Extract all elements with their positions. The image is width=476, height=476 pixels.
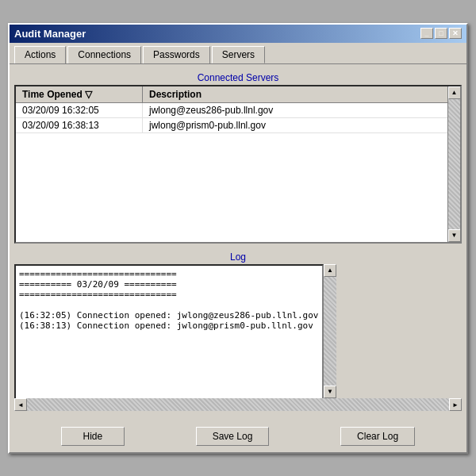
log-scrollbar-v: ▲ ▼ bbox=[324, 264, 336, 398]
col-time-opened[interactable]: Time Opened ▽ bbox=[16, 86, 143, 102]
main-content: Connected Servers Time Opened ▽ Descript… bbox=[10, 64, 466, 420]
log-scroll-track-h[interactable] bbox=[27, 398, 449, 411]
close-button[interactable]: ✕ bbox=[449, 28, 462, 39]
scroll-track-v[interactable] bbox=[448, 99, 461, 229]
connected-servers-section: Connected Servers Time Opened ▽ Descript… bbox=[14, 69, 462, 244]
cell-desc-0: jwlong@zeus286-pub.llnl.gov bbox=[143, 103, 447, 117]
log-scroll-track-v[interactable] bbox=[324, 277, 336, 386]
window-title: Audit Manager bbox=[14, 28, 86, 40]
tab-bar: Actions Connections Passwords Servers bbox=[10, 43, 466, 64]
connected-servers-title: Connected Servers bbox=[14, 69, 462, 85]
title-bar-controls: _ □ ✕ bbox=[420, 28, 462, 39]
title-left: Audit Manager bbox=[14, 28, 86, 40]
log-scroll-down-button[interactable]: ▼ bbox=[324, 386, 336, 398]
hide-button[interactable]: Hide bbox=[61, 427, 125, 446]
main-window: Audit Manager _ □ ✕ Actions Connections … bbox=[8, 23, 468, 454]
log-container: ============================== =========… bbox=[14, 264, 324, 398]
cell-time-1: 03/20/09 16:38:13 bbox=[16, 118, 143, 132]
tab-connections[interactable]: Connections bbox=[67, 46, 141, 63]
cell-time-0: 03/20/09 16:32:05 bbox=[16, 103, 143, 117]
minimize-button[interactable]: _ bbox=[420, 28, 433, 39]
log-scrollbar-h: ◄ ► bbox=[14, 398, 462, 411]
log-scroll-up-button[interactable]: ▲ bbox=[324, 264, 336, 277]
servers-table-container: Time Opened ▽ Description 03/20/09 16:32… bbox=[14, 85, 462, 244]
log-section: Log ============================== =====… bbox=[14, 248, 462, 411]
servers-table-rows: 03/20/09 16:32:05 jwlong@zeus286-pub.lln… bbox=[16, 103, 447, 133]
log-scroll-wrapper: ============================== =========… bbox=[14, 264, 462, 411]
tab-passwords[interactable]: Passwords bbox=[143, 46, 210, 63]
log-title: Log bbox=[14, 248, 462, 264]
tab-actions[interactable]: Actions bbox=[14, 46, 66, 63]
col-description[interactable]: Description bbox=[143, 86, 447, 102]
cell-desc-1: jwlong@prism0-pub.llnl.gov bbox=[143, 118, 447, 132]
save-log-button[interactable]: Save Log bbox=[196, 427, 270, 446]
title-bar: Audit Manager _ □ ✕ bbox=[10, 25, 466, 43]
log-scroll-inner: ============================== =========… bbox=[14, 264, 462, 398]
servers-table-inner: Time Opened ▽ Description 03/20/09 16:32… bbox=[16, 86, 447, 242]
clear-log-button[interactable]: Clear Log bbox=[340, 427, 415, 446]
servers-scrollbar-v: ▲ ▼ bbox=[447, 86, 460, 242]
tab-servers[interactable]: Servers bbox=[212, 46, 265, 63]
scroll-up-button[interactable]: ▲ bbox=[448, 86, 461, 99]
log-scroll-left-button[interactable]: ◄ bbox=[14, 398, 27, 411]
maximize-button[interactable]: □ bbox=[435, 28, 447, 39]
servers-table-header: Time Opened ▽ Description bbox=[16, 86, 447, 103]
scroll-down-button[interactable]: ▼ bbox=[448, 229, 461, 242]
log-content: ============================== =========… bbox=[16, 266, 322, 398]
table-row[interactable]: 03/20/09 16:38:13 jwlong@prism0-pub.llnl… bbox=[16, 118, 447, 133]
log-scroll-right-button[interactable]: ► bbox=[449, 398, 462, 411]
table-row[interactable]: 03/20/09 16:32:05 jwlong@zeus286-pub.lln… bbox=[16, 103, 447, 118]
bottom-buttons: Hide Save Log Clear Log bbox=[10, 420, 466, 452]
